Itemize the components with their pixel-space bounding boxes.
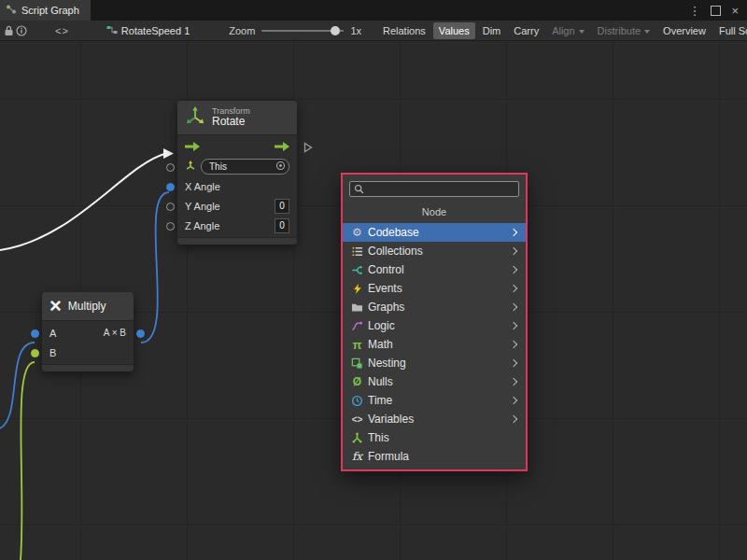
b-label: B [49,347,56,358]
multiply-node-header[interactable]: × Multiply [42,292,134,321]
graph-ref-icon [106,24,118,37]
null-icon: Ø [349,375,365,388]
graph-reference[interactable]: RotateSpeed 1 [106,24,190,37]
tab-title: Script Graph [21,5,79,16]
chevron-right-icon [510,415,517,423]
finder-item-formula[interactable]: fx Formula [343,447,526,466]
multiply-icon: × [49,298,62,315]
finder-item-time[interactable]: Time [343,391,526,410]
dim-button[interactable]: Dim [477,22,507,39]
a-label: A [49,328,56,339]
multiply-b-row: B [42,343,134,362]
control-icon [349,264,365,276]
port-axb-output[interactable] [136,329,145,338]
this-icon [349,432,365,444]
wire-multiply-to-xangle [141,192,169,343]
graph-ref-label: RotateSpeed 1 [121,25,190,36]
zoom-slider-knob[interactable] [331,26,340,35]
transform-icon [185,106,205,129]
finder-item-logic[interactable]: Logic [343,316,526,335]
multiply-a-row: A A × B [42,323,134,343]
chevron-right-icon [510,341,517,348]
finder-item-collections[interactable]: Collections [343,242,526,260]
finder-item-codebase[interactable]: ⚙ Codebase [343,223,526,242]
script-graph-icon [6,4,17,17]
zoom-slider[interactable] [261,30,344,32]
lightning-icon [349,283,365,295]
object-picker-icon[interactable] [275,161,286,173]
fullscreen-button[interactable]: Full Screen [713,22,747,39]
finder-item-this[interactable]: This [343,428,526,447]
maximize-icon[interactable] [711,6,721,16]
info-icon[interactable] [16,22,27,39]
kebab-menu-icon[interactable]: ⋮ [688,4,700,18]
tab-script-graph[interactable]: Script Graph [0,0,91,21]
rotate-node-title: Rotate [212,116,250,129]
distribute-button[interactable]: Distribute [592,22,655,39]
wire-into-b [21,362,35,560]
values-button[interactable]: Values [433,22,475,39]
rotate-node-header[interactable]: Transform Rotate [177,101,297,135]
finder-item-nulls[interactable]: Ø Nulls [343,372,526,391]
flow-in-arrow-icon[interactable] [185,142,200,153]
chevron-right-icon [510,359,517,367]
rotate-node-footer [177,237,297,245]
rotate-zangle-row: Z Angle 0 [177,216,297,235]
chevron-right-icon [510,303,517,311]
multiply-node-footer [42,364,134,371]
finder-header: Node [343,200,526,223]
overview-button[interactable]: Overview [657,22,712,39]
finder-item-nesting[interactable]: Nesting [343,354,526,372]
chevron-right-icon [510,247,517,255]
this-object-field[interactable]: This [201,159,289,175]
port-z-angle[interactable] [166,222,175,231]
chevron-down-icon [644,30,650,34]
zoom-label: Zoom [229,25,255,36]
finder-item-control[interactable]: Control [343,260,526,279]
port-this[interactable] [166,163,175,172]
y-angle-input[interactable]: 0 [275,199,289,214]
y-angle-label: Y Angle [185,201,220,212]
node-finder-popup: Node ⚙ Codebase Collections Control Even… [341,173,528,471]
node-transform-rotate[interactable]: Transform Rotate [177,101,297,245]
rotate-yangle-row: Y Angle 0 [177,196,297,216]
folder-icon [349,301,365,313]
port-a[interactable] [31,329,39,338]
x-angle-label: X Angle [185,181,220,192]
port-y-angle[interactable] [166,203,175,211]
formula-icon: fx [349,450,365,463]
finder-search-box[interactable] [349,181,519,197]
finder-item-events[interactable]: Events [343,279,526,298]
nesting-icon [349,357,365,370]
axb-output-label: A × B [104,328,126,338]
pi-icon: π [349,338,365,352]
multiply-node-title: Multiply [68,300,106,313]
variables-icon: <> [349,414,365,425]
finder-item-graphs[interactable]: Graphs [343,298,526,316]
rotate-flow-row [177,137,297,157]
flow-out-port-icon[interactable] [303,142,313,155]
lock-icon[interactable] [4,22,14,39]
align-button[interactable]: Align [546,22,589,39]
search-icon [354,181,364,198]
node-multiply[interactable]: × Multiply A A × B B [42,292,134,371]
zoom-value: 1x [350,25,361,36]
port-b[interactable] [31,349,39,357]
graph-toolbar: <> RotateSpeed 1 Zoom 1x Relations Value… [0,21,747,41]
finder-search-input[interactable] [368,183,514,195]
flow-out-arrow-icon[interactable] [275,142,289,153]
finder-item-variables[interactable]: <> Variables [343,410,526,428]
finder-item-math[interactable]: π Math [343,335,526,354]
rotate-this-row: This [177,157,297,176]
logic-icon [349,320,365,332]
carry-button[interactable]: Carry [508,22,544,39]
relations-button[interactable]: Relations [377,22,431,39]
port-x-angle[interactable] [166,183,175,191]
this-field-value: This [209,161,227,172]
collections-icon [349,245,365,258]
z-angle-input[interactable]: 0 [275,218,289,233]
rotate-xangle-row: X Angle [177,176,297,196]
close-icon[interactable]: × [731,4,739,18]
chevron-right-icon [510,322,517,329]
code-icon[interactable]: <> [55,25,69,36]
